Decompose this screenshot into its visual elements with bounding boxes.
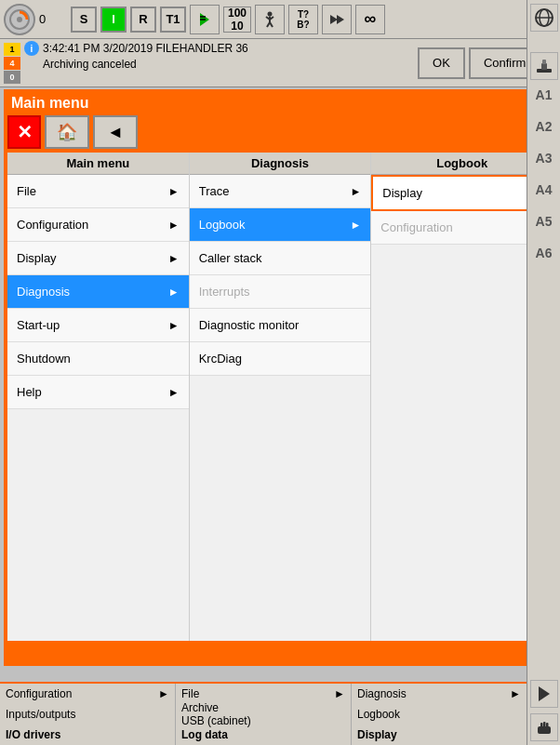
skip-icon[interactable] [322,5,352,34]
play-side-icon[interactable] [530,680,558,708]
bottom-config-label: Configuration [6,687,72,700]
menu-logbook-configuration[interactable]: Configuration [371,211,553,245]
svg-line-10 [270,22,273,27]
notif-info-row: i 3:42:41 PM 3/20/2019 FILEHANDLER 36 [24,41,414,56]
svg-rect-22 [543,722,546,727]
i-button[interactable]: I [100,7,127,33]
config-arrow: ► [168,219,180,232]
app-logo [4,4,35,35]
walk-icon[interactable] [255,5,285,34]
help-arrow: ► [168,386,180,399]
svg-marker-12 [337,15,344,24]
status-indicators: 1 4 0 [4,41,20,85]
bottom-display-label: Display [357,728,521,741]
svg-rect-18 [542,60,546,64]
bottom-section-1: Configuration ► Inputs/outputs I/O drive… [0,684,176,745]
menu-columns: Main menu File ► Configuration ► Display… [7,153,553,641]
bottom-section-3: Diagnosis ► Logbook Display [352,684,527,745]
indicator-1: 1 [4,43,20,56]
svg-rect-21 [540,723,543,727]
menu-shutdown[interactable]: Shutdown [7,342,189,376]
info-icon: i [24,41,39,56]
a2-label: A2 [536,119,553,134]
right-sidebar: A1 A2 A3 A4 A5 A6 [527,0,560,745]
main-menu-header: Main menu [7,153,189,175]
back-button[interactable]: ◄ [93,115,138,149]
bottom-io-label: Inputs/outputs [6,708,169,721]
menu-interrupts: Interrupts [190,275,371,309]
logbook-header: Logbook [371,153,553,175]
bottom-arrow-1[interactable]: ► [158,687,169,700]
bottom-io-drivers-label: I/O drivers [6,728,169,741]
logbook-arrow: ► [350,219,361,232]
counter-display: 0 [39,12,67,26]
r-button[interactable]: R [130,7,156,33]
ok-button[interactable]: OK [418,47,465,79]
svg-rect-20 [538,726,551,734]
menu-configuration[interactable]: Configuration ► [7,208,189,242]
notif-message: Archiving canceled [24,58,414,71]
svg-marker-19 [539,686,550,701]
bottom-arrow-2[interactable]: ► [334,687,345,700]
svg-point-5 [268,11,273,16]
question-b-icon[interactable]: T?B? [288,5,318,34]
indicator-3: 0 [4,71,20,84]
bottom-bar: Configuration ► Inputs/outputs I/O drive… [0,682,527,745]
t1-button[interactable]: T1 [160,7,186,33]
svg-rect-23 [546,723,549,727]
svg-marker-11 [330,15,338,24]
menu-krcdiag[interactable]: KrcDiag [190,342,371,376]
bottom-row-3-1: Diagnosis ► [357,687,521,700]
trace-arrow: ► [350,185,361,198]
a4-label: A4 [536,182,553,197]
a1-label: A1 [536,87,553,102]
diagnosis-arrow: ► [168,286,180,299]
bottom-row-2-1: File ► [181,687,345,700]
s-button[interactable]: S [71,7,97,33]
bottom-section-2: File ► Archive USB (cabinet) Log data [176,684,352,745]
a3-label: A3 [536,151,553,166]
top-bar: 0 S I R T1 100 10 T?B? ∞ [0,0,560,39]
menu-logbook[interactable]: Logbook ► [190,208,371,242]
bottom-file-label: File [181,687,199,700]
diagnosis-col: Diagnosis Trace ► Logbook ► Caller stack… [190,153,372,641]
bottom-usb-label: USB (cabinet) [181,714,345,727]
svg-rect-17 [541,63,547,70]
menu-caller-stack[interactable]: Caller stack [190,242,371,275]
infinity-icon[interactable]: ∞ [355,5,385,34]
menu-trace[interactable]: Trace ► [190,175,371,208]
bottom-arrow-3[interactable]: ► [510,687,521,700]
startup-arrow: ► [168,319,180,332]
menu-startup[interactable]: Start-up ► [7,309,189,342]
robot-arm-icon[interactable] [530,52,558,80]
hand-icon[interactable] [530,713,558,741]
home-button[interactable]: 🏠 [45,115,89,149]
display-arrow: ► [168,252,180,265]
main-menu-col: Main menu File ► Configuration ► Display… [7,153,190,641]
menu-logbook-display[interactable]: Display [371,175,553,211]
play-icon[interactable] [190,5,220,34]
main-area: Main menu ✕ 🏠 ◄ Main menu File ► Configu… [4,89,556,666]
indicator-2: 4 [4,57,20,70]
speed-display: 100 10 [223,7,251,33]
menu-display[interactable]: Display ► [7,242,189,275]
notification-bar: 1 4 0 i 3:42:41 PM 3/20/2019 FILEHANDLER… [0,39,560,87]
menu-diagnosis[interactable]: Diagnosis ► [7,275,189,309]
nav-bar: ✕ 🏠 ◄ [7,115,553,149]
bottom-archive-label: Archive [181,701,345,714]
menu-file[interactable]: File ► [7,175,189,208]
logbook-col: Logbook Display Configuration [371,153,553,641]
main-title: Main menu [7,93,553,115]
a6-label: A6 [536,246,553,260]
notification-content: i 3:42:41 PM 3/20/2019 FILEHANDLER 36 Ar… [24,41,414,85]
close-button[interactable]: ✕ [7,115,41,149]
menu-help[interactable]: Help ► [7,376,189,409]
menu-diagnostic-monitor[interactable]: Diagnostic monitor [190,309,371,342]
globe-icon[interactable] [530,4,558,32]
bottom-logdata-label: Log data [181,728,345,741]
bottom-logbook-label: Logbook [357,708,521,721]
svg-point-1 [17,17,22,22]
diagnosis-header: Diagnosis [190,153,371,175]
notif-timestamp: 3:42:41 PM 3/20/2019 FILEHANDLER 36 [43,42,248,55]
a5-label: A5 [536,214,553,229]
